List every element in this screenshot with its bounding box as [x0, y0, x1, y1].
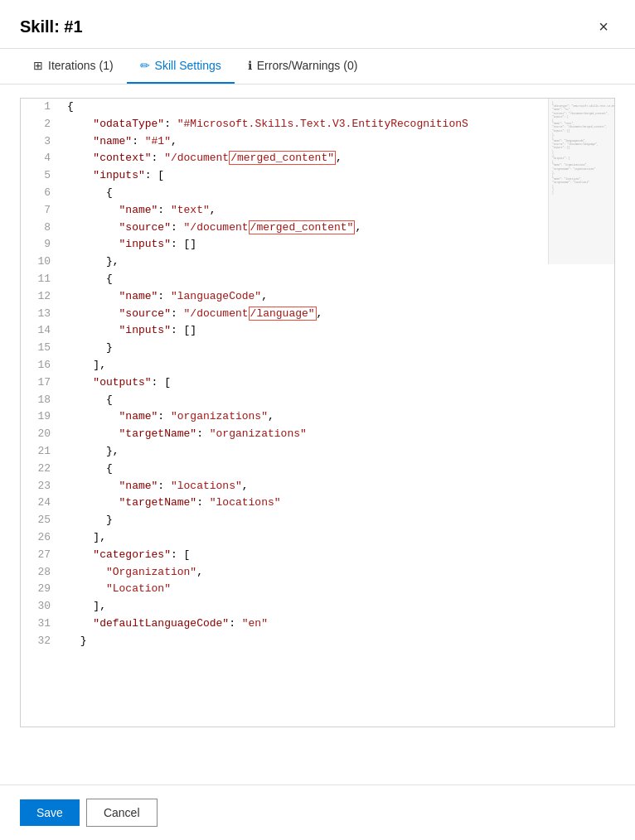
close-button[interactable]: × [592, 15, 615, 38]
line-number: 5 [21, 167, 61, 185]
table-row: 13 "source": "/document/language", [21, 306, 614, 323]
table-row: 27 "categories": [ [21, 547, 614, 564]
code-content: "outputs": [ [61, 374, 614, 392]
line-number: 8 [21, 220, 61, 237]
table-row: 15 } [21, 340, 614, 357]
line-number: 28 [21, 564, 61, 582]
code-content: } [61, 340, 614, 357]
line-number: 16 [21, 357, 61, 374]
code-content: "context": "/document/merged_content", [61, 150, 614, 167]
code-content: "inputs": [] [61, 236, 614, 253]
minimap-content: { "odataType": "#Microsoft.Skills.Text.V… [549, 99, 614, 199]
line-number: 31 [21, 616, 61, 633]
table-row: 17 "outputs": [ [21, 374, 614, 392]
table-row: 28 "Organization", [21, 564, 614, 582]
code-content: }, [61, 443, 614, 461]
line-number: 23 [21, 478, 61, 495]
line-number: 22 [21, 461, 61, 478]
table-row: 16 ], [21, 357, 614, 374]
code-content: "source": "/document/language", [61, 306, 614, 323]
tab-iterations[interactable]: ⊞ Iterations (1) [20, 49, 127, 84]
errors-icon: ℹ [248, 59, 252, 72]
line-number: 12 [21, 288, 61, 306]
line-number: 32 [21, 633, 61, 650]
line-number: 24 [21, 495, 61, 512]
table-row: 21 }, [21, 443, 614, 461]
table-row: 4 "context": "/document/merged_content", [21, 150, 614, 167]
table-row: 11 { [21, 271, 614, 288]
code-content: { [61, 461, 614, 478]
tab-errors-warnings-label: Errors/Warnings (0) [257, 59, 358, 72]
table-row: 14 "inputs": [] [21, 322, 614, 340]
line-number: 13 [21, 306, 61, 323]
code-content: "name": "locations", [61, 478, 614, 495]
table-row: 12 "name": "languageCode", [21, 288, 614, 306]
content-area: 1 { 2 "odataType": "#Microsoft.Skills.Te… [0, 84, 635, 784]
cancel-button[interactable]: Cancel [86, 799, 158, 827]
table-row: 18 { [21, 392, 614, 409]
line-number: 26 [21, 529, 61, 547]
dialog: Skill: #1 × ⊞ Iterations (1) ✏ Skill Set… [0, 0, 635, 840]
line-number: 17 [21, 374, 61, 392]
minimap: { "odataType": "#Microsoft.Skills.Text.V… [548, 99, 614, 264]
table-row: 20 "targetName": "organizations" [21, 426, 614, 443]
table-row: 8 "source": "/document/merged_content", [21, 220, 614, 237]
table-row: 29 "Location" [21, 581, 614, 598]
line-number: 30 [21, 598, 61, 616]
table-row: 22 { [21, 461, 614, 478]
code-content: } [61, 633, 614, 650]
table-row: 25 } [21, 512, 614, 529]
table-row: 9 "inputs": [] [21, 236, 614, 253]
code-content: } [61, 512, 614, 529]
line-number: 1 [21, 99, 61, 116]
line-number: 6 [21, 185, 61, 202]
line-number: 25 [21, 512, 61, 529]
line-number: 9 [21, 236, 61, 253]
line-number: 27 [21, 547, 61, 564]
code-content: "odataType": "#Microsoft.Skills.Text.V3.… [61, 116, 614, 133]
code-content: { [61, 271, 614, 288]
line-number: 3 [21, 133, 61, 151]
code-content: { [61, 185, 614, 202]
table-row: 24 "targetName": "locations" [21, 495, 614, 512]
line-number: 20 [21, 426, 61, 443]
code-content: "inputs": [ [61, 167, 614, 185]
table-row: 6 { [21, 185, 614, 202]
code-content: "targetName": "organizations" [61, 426, 614, 443]
tab-skill-settings[interactable]: ✏ Skill Settings [127, 49, 235, 84]
table-row: 10 }, [21, 253, 614, 271]
dialog-title: Skill: #1 [20, 17, 83, 36]
line-number: 10 [21, 253, 61, 271]
tabs-bar: ⊞ Iterations (1) ✏ Skill Settings ℹ Erro… [0, 49, 635, 84]
code-content: { [61, 99, 614, 116]
line-number: 11 [21, 271, 61, 288]
code-content: "inputs": [] [61, 322, 614, 340]
table-row: 23 "name": "locations", [21, 478, 614, 495]
code-content: ], [61, 357, 614, 374]
code-content: "Location" [61, 581, 614, 598]
line-number: 29 [21, 581, 61, 598]
code-content: "source": "/document/merged_content", [61, 220, 614, 237]
code-content: "targetName": "locations" [61, 495, 614, 512]
code-editor[interactable]: 1 { 2 "odataType": "#Microsoft.Skills.Te… [20, 98, 615, 727]
tab-errors-warnings[interactable]: ℹ Errors/Warnings (0) [235, 49, 371, 84]
table-row: 7 "name": "text", [21, 202, 614, 220]
table-row: 5 "inputs": [ [21, 167, 614, 185]
code-content: { [61, 392, 614, 409]
line-number: 2 [21, 116, 61, 133]
table-row: 1 { [21, 99, 614, 116]
code-content: ], [61, 598, 614, 616]
table-row: 30 ], [21, 598, 614, 616]
code-table: 1 { 2 "odataType": "#Microsoft.Skills.Te… [21, 99, 614, 650]
code-content: "name": "languageCode", [61, 288, 614, 306]
table-row: 2 "odataType": "#Microsoft.Skills.Text.V… [21, 116, 614, 133]
code-content: "categories": [ [61, 547, 614, 564]
dialog-header: Skill: #1 × [0, 0, 635, 49]
skill-settings-icon: ✏ [140, 59, 150, 72]
table-row: 26 ], [21, 529, 614, 547]
save-button[interactable]: Save [20, 799, 80, 826]
code-content: }, [61, 253, 614, 271]
code-content: "Organization", [61, 564, 614, 582]
table-row: 3 "name": "#1", [21, 133, 614, 151]
line-number: 7 [21, 202, 61, 220]
